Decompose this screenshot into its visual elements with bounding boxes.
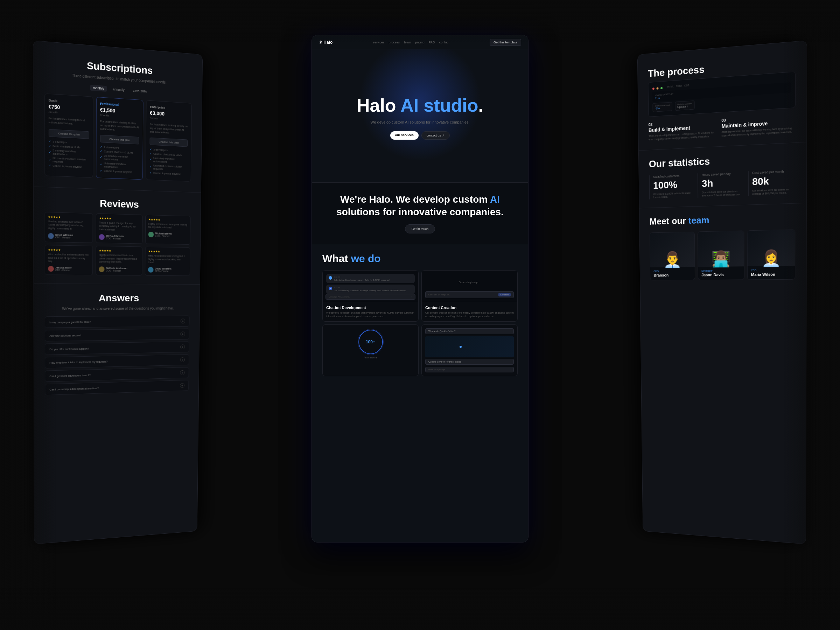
review-card-5: ★★★★★ Halo AI solutions were ever good. …: [145, 247, 190, 276]
faq-icon-3: +: [180, 357, 185, 362]
nav-link-faq[interactable]: FAQ: [429, 41, 435, 44]
map-prompt-bar[interactable]: Write your prompt... ↑: [425, 367, 514, 373]
answers-title: Answers: [45, 293, 190, 304]
toggle-annually[interactable]: annually: [110, 86, 127, 93]
chatbot-preview: 9:13 AM Schedule a Google meeting with J…: [323, 270, 418, 302]
hero-services-button[interactable]: our services: [390, 131, 418, 140]
faq-item-1[interactable]: Are your solutions secure? +: [45, 328, 189, 342]
team-card-1: 👨🏽‍💻 Developer Jason Davis: [698, 231, 744, 280]
reviewer-role-4: COO - Flowser: [106, 270, 127, 272]
team-title: Meet our team: [649, 212, 795, 227]
chat-input-bar[interactable]: Message AI Assistant... ↑: [325, 294, 415, 300]
automation-circle: 100+: [358, 330, 383, 354]
review-text-2: Highly recommend to anyone looking for a…: [148, 222, 188, 230]
choose-btn-professional[interactable]: Choose this plan: [100, 135, 139, 144]
hero-title-accent: AI studio: [400, 95, 478, 115]
gen-placeholder: Generate an image of...: [428, 294, 450, 296]
team-info-1: Developer Jason Davis: [698, 266, 744, 279]
chatbot-desc: We develop intelligent chatbots that lev…: [326, 311, 415, 318]
gen-input-bar[interactable]: Generate an image of... Generate: [425, 291, 514, 298]
faq-item-5[interactable]: Can I cancel my subscription at any time…: [45, 380, 189, 395]
tag-html: HTML: [668, 85, 674, 88]
chat-bubble-user: 9:13 AM Schedule a Google meeting with J…: [326, 274, 415, 283]
left-fade: [0, 0, 56, 630]
what-we-do-title: What we do: [322, 253, 518, 265]
plan-enterprise: Enterprise €3,000 /month For businesses …: [145, 100, 192, 181]
stat-customers: Satisfied customers 100% We ensure a 100…: [649, 173, 694, 199]
feature-item: Unlimited workflow automations: [150, 156, 188, 164]
faq-item-2[interactable]: Do you offer continuous support? +: [45, 342, 189, 355]
ai-chat-msg: I've successfully scheduled a Google mee…: [334, 289, 406, 292]
plan-professional: Professional €1,500 /month For businesse…: [96, 97, 144, 180]
stats-grid: Satisfied customers 100% We ensure a 100…: [649, 169, 795, 199]
get-in-touch-button[interactable]: Get in touch: [405, 224, 436, 234]
send-icon: ↑: [411, 296, 412, 298]
review-card-1: ★★★★★ This is a game changer for any com…: [96, 213, 143, 243]
nav-cta-button[interactable]: Get this template: [489, 39, 521, 46]
nav-link-services[interactable]: services: [373, 41, 385, 44]
review-card-4: ★★★★★ Highly recommended! Halo is a game…: [96, 246, 142, 275]
review-text-4: Highly recommended! Halo is a game chang…: [99, 253, 139, 264]
dot-yellow: [657, 87, 659, 89]
scene: Subscriptions Three different subscripti…: [0, 0, 840, 630]
statistics-title: Our statistics: [649, 152, 796, 170]
reviewer-role-0: CTO - Flowser: [55, 236, 73, 239]
chat-placeholder: Message AI Assistant...: [328, 296, 351, 298]
process-steps: 02 Build & Implement Then, our developer…: [649, 114, 796, 141]
stat-hours: Hours saved per day 3h Our solutions sav…: [698, 171, 744, 198]
stars-1: ★★★★★: [99, 217, 140, 221]
chat-bubble-ai: AI 9:13 AM I've successfully scheduled a…: [326, 284, 415, 294]
generate-button[interactable]: Generate: [498, 293, 511, 297]
map-background: [425, 336, 514, 357]
nav-link-process[interactable]: process: [389, 41, 400, 44]
automation-value: 100+: [366, 339, 375, 344]
subscriptions-section: Subscriptions Three different subscripti…: [33, 41, 202, 193]
map-location-dot: [459, 346, 462, 348]
dot-green: [660, 87, 663, 90]
what-title-1: What: [322, 253, 351, 264]
faq-icon-1: +: [180, 332, 185, 337]
reviewer-role-5: CEO - Flowser: [155, 270, 172, 272]
tag-css: CSS: [684, 84, 689, 87]
nav-link-pricing[interactable]: pricing: [415, 41, 425, 44]
bottom-services-grid: 100+ Automations Where do Quokka's live?…: [322, 324, 518, 376]
team-card-0: 👨‍💼 CEO Branson: [650, 232, 695, 280]
toggle-monthly[interactable]: monthly: [90, 85, 107, 92]
faq-item-0[interactable]: Is my company a good fit for Halo? +: [45, 316, 190, 328]
reviewer-role-3: CTO - Flowser: [55, 269, 72, 272]
chatbot-service-card: 9:13 AM Schedule a Google meeting with J…: [322, 270, 418, 322]
update-btn[interactable]: Update ↑: [677, 105, 692, 109]
tag-react: React: [676, 84, 682, 88]
update-metric: Update scenario Update ↑: [675, 101, 695, 111]
reviews-grid-top: ★★★★★ I had no solutions over a ton of i…: [45, 212, 191, 245]
stat-hours-desc: Our solutions save our clients an averag…: [702, 189, 744, 198]
nav-link-team[interactable]: team: [404, 41, 411, 44]
we-are-section: We're Halo. We develop custom AI solutio…: [312, 182, 528, 244]
user-chat-time: 9:13 AM: [334, 276, 390, 278]
automation-label: Automations: [364, 356, 377, 359]
ai-chat-time: 9:13 AM: [334, 286, 406, 288]
card-right: The process HTML React CSS charset="U: [637, 40, 807, 544]
cards-container: Subscriptions Three different subscripti…: [35, 35, 805, 595]
stat-hours-label: Hours saved per day: [702, 171, 744, 177]
process-code-preview: HTML React CSS charset="UTF-8" Tips Oper…: [648, 71, 796, 117]
right-fade: [784, 0, 840, 630]
process-section: The process HTML React CSS charset="U: [638, 41, 807, 150]
chatbot-name: Chatbot Development: [326, 306, 415, 310]
reviewer-role-2: CEO - Flowser: [155, 235, 172, 237]
user-chat-msg: Schedule a Google meeting with John for …: [334, 279, 390, 281]
faq-icon-4: +: [180, 370, 185, 375]
feature-item: Cancel & pause anytime: [100, 169, 139, 174]
nav-links: services process team pricing FAQ contac…: [373, 41, 449, 44]
reviewer-avatar-1: [99, 234, 105, 240]
choose-btn-enterprise[interactable]: Choose this plan: [150, 137, 188, 147]
nav-link-contact[interactable]: contact: [439, 41, 449, 44]
faq-item-3[interactable]: How long does it take to implement my re…: [45, 354, 189, 368]
plan-features-enterprise: 3 developers Custom chatbots & LLMs Unli…: [150, 148, 188, 176]
hero-contact-button[interactable]: contact us ↗: [422, 131, 450, 140]
plan-features-professional: 2 developers Custom chatbots & LLMs 25 m…: [100, 145, 139, 174]
hero-subtitle: We develop custom AI solutions for innov…: [370, 120, 470, 124]
plan-desc-professional: For businesses starting to stay on top o…: [100, 120, 140, 133]
we-are-text2: solutions for innovative companies.: [336, 207, 504, 217]
faq-item-4[interactable]: Can I get more developers than 3? +: [45, 367, 189, 382]
